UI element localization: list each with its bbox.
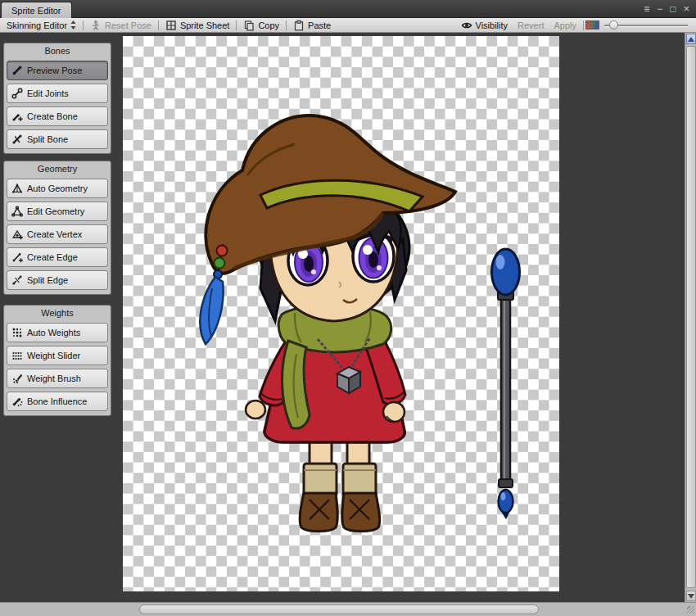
sprite-artwork: [123, 36, 559, 591]
sprite-sheet-icon: [165, 20, 177, 31]
create-vertex-label: Create Vertex: [27, 229, 82, 239]
staff-sprite: [492, 249, 520, 519]
sprite-editor-window: Sprite Editor ≡ − □ × Skinning Editor Re…: [0, 0, 696, 616]
reset-pose-button[interactable]: Reset Pose: [85, 18, 156, 32]
feather: [200, 277, 223, 344]
bone-influence-label: Bone Influence: [27, 396, 87, 406]
auto-weights-icon: [11, 327, 23, 338]
vertical-scrollbar-thumb[interactable]: [686, 46, 696, 588]
paste-button[interactable]: Paste: [288, 18, 336, 32]
toolbar: Skinning Editor Reset Pose Sprite Sheet …: [0, 18, 696, 33]
panel-weights: Weights Auto Weights Weight Slider Weigh…: [3, 305, 111, 416]
sprite-sheet-button[interactable]: Sprite Sheet: [160, 18, 235, 32]
toolbar-separator: [286, 20, 287, 30]
weight-slider-icon: [11, 350, 23, 361]
bone-influence-button[interactable]: Bone Influence: [7, 392, 108, 411]
split-edge-button[interactable]: Split Edge: [7, 270, 108, 290]
weight-slider-label: Weight Slider: [27, 351, 80, 360]
edit-geometry-icon: [11, 206, 23, 217]
create-bone-label: Create Bone: [27, 111, 78, 121]
hand: [246, 401, 265, 419]
reset-pose-icon: [90, 20, 102, 31]
apply-label: Apply: [554, 20, 576, 30]
auto-geometry-icon: [11, 183, 23, 194]
boots: [300, 493, 380, 532]
weight-brush-icon: [11, 373, 23, 384]
weight-brush-button[interactable]: Weight Brush: [7, 369, 108, 388]
window-controls: ≡ − □ ×: [644, 0, 689, 18]
create-bone-icon: [11, 111, 23, 122]
zoom-slider-knob[interactable]: [609, 20, 618, 29]
reset-pose-label: Reset Pose: [105, 20, 151, 30]
create-edge-icon: [11, 251, 23, 263]
scroll-down-icon: [688, 594, 694, 599]
maximize-icon[interactable]: □: [670, 0, 676, 18]
copy-label: Copy: [258, 20, 279, 30]
create-bone-button[interactable]: Create Bone: [7, 106, 108, 126]
paste-icon: [293, 20, 305, 31]
close-icon[interactable]: ×: [683, 0, 689, 18]
skinning-editor-dropdown[interactable]: Skinning Editor: [2, 18, 81, 32]
pane-menu-icon[interactable]: ≡: [644, 0, 649, 18]
panel-bones-title: Bones: [7, 45, 108, 57]
panel-weights-title: Weights: [7, 307, 108, 319]
tab-sprite-editor[interactable]: Sprite Editor: [1, 2, 72, 18]
auto-geometry-button[interactable]: Auto Geometry: [7, 179, 108, 198]
edit-geometry-button[interactable]: Edit Geometry: [7, 202, 108, 221]
edit-joints-icon: [11, 88, 23, 99]
split-edge-label: Split Edge: [27, 275, 68, 285]
visibility-eye-icon: [461, 20, 472, 31]
paste-label: Paste: [308, 20, 331, 30]
visibility-button[interactable]: Visibility: [456, 18, 513, 32]
edit-geometry-label: Edit Geometry: [27, 206, 84, 216]
scroll-up-icon: [688, 37, 694, 42]
auto-geometry-label: Auto Geometry: [27, 183, 88, 193]
toolbar-separator: [158, 20, 159, 30]
preview-pose-label: Preview Pose: [27, 66, 82, 75]
weight-slider-button[interactable]: Weight Slider: [7, 346, 108, 365]
create-vertex-icon: [11, 229, 23, 240]
rgb-swatch-icon[interactable]: [585, 20, 599, 29]
create-vertex-button[interactable]: Create Vertex: [7, 224, 108, 244]
edit-joints-button[interactable]: Edit Joints: [7, 84, 108, 103]
titlebar: Sprite Editor ≡ − □ ×: [0, 0, 696, 18]
scroll-up-button[interactable]: [686, 34, 696, 44]
sprite-canvas[interactable]: [123, 36, 559, 591]
horizontal-scrollbar-thumb[interactable]: [139, 605, 539, 614]
copy-icon: [243, 20, 255, 31]
revert-label: Revert: [517, 20, 544, 30]
resize-grip[interactable]: [685, 602, 696, 616]
toolbar-separator: [236, 20, 237, 30]
panel-geometry: Geometry Auto Geometry Edit Geometry Cre…: [3, 161, 111, 295]
create-edge-button[interactable]: Create Edge: [7, 247, 108, 267]
skinning-viewport: Bones Preview Pose Edit Joints Create Bo…: [0, 33, 685, 602]
revert-button[interactable]: Revert: [513, 18, 549, 32]
apply-button[interactable]: Apply: [549, 18, 581, 32]
dropdown-arrows-icon: [70, 20, 76, 29]
preview-pose-icon: [11, 65, 23, 76]
vertical-scrollbar[interactable]: [685, 33, 696, 602]
bone-influence-icon: [11, 396, 23, 407]
tab-title: Sprite Editor: [11, 6, 61, 16]
skinning-editor-label: Skinning Editor: [7, 20, 67, 30]
auto-weights-label: Auto Weights: [27, 328, 80, 337]
scroll-down-button[interactable]: [686, 591, 696, 601]
weight-brush-label: Weight Brush: [27, 374, 81, 383]
split-edge-icon: [11, 274, 23, 286]
visibility-label: Visibility: [476, 20, 508, 30]
zoom-slider[interactable]: [604, 18, 688, 33]
copy-button[interactable]: Copy: [238, 18, 284, 32]
auto-weights-button[interactable]: Auto Weights: [7, 323, 108, 342]
socks: [304, 464, 337, 496]
character-sprite: [200, 116, 455, 531]
horizontal-scrollbar[interactable]: [0, 602, 685, 616]
minimize-icon[interactable]: −: [657, 0, 662, 18]
toolbar-separator: [83, 20, 84, 30]
create-edge-label: Create Edge: [27, 252, 78, 262]
panel-bones: Bones Preview Pose Edit Joints Create Bo…: [3, 43, 111, 154]
sprite-sheet-label: Sprite Sheet: [180, 20, 230, 30]
split-bone-label: Split Bone: [27, 134, 68, 144]
preview-pose-button[interactable]: Preview Pose: [7, 61, 108, 80]
split-bone-button[interactable]: Split Bone: [7, 129, 108, 149]
toolbar-separator: [583, 20, 584, 30]
